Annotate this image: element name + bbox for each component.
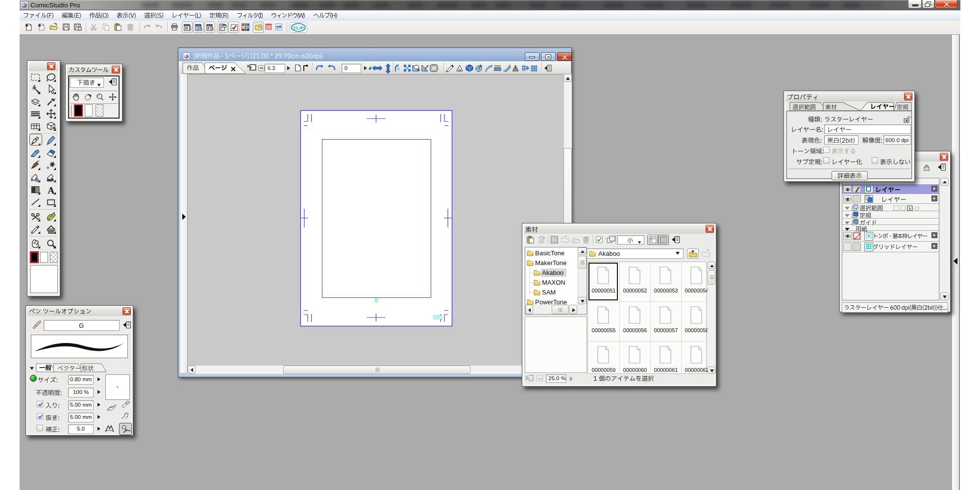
- svg-text:CLiP: CLiP: [293, 25, 304, 30]
- svg-text:A: A: [48, 185, 54, 195]
